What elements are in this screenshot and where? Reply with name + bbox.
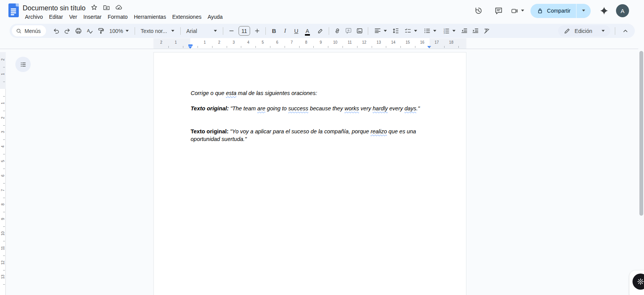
- star-icon[interactable]: [91, 4, 98, 13]
- chevron-down-icon: [452, 30, 456, 32]
- vruler-tick: [3, 284, 5, 285]
- text-color-button[interactable]: A: [302, 26, 313, 36]
- share-dropdown[interactable]: [576, 4, 591, 18]
- docs-logo[interactable]: [8, 3, 19, 17]
- video-call-button[interactable]: [511, 7, 524, 15]
- decrease-indent-button[interactable]: [459, 26, 469, 36]
- hide-toolbar-button[interactable]: [620, 26, 631, 36]
- extension-widget[interactable]: [629, 270, 644, 295]
- insert-image-button[interactable]: [354, 26, 365, 36]
- chevron-down-icon: [171, 30, 175, 32]
- divider: [135, 27, 135, 35]
- print-button[interactable]: [73, 26, 84, 36]
- document-page[interactable]: Corrige o que esta mal de las siguientes…: [153, 52, 466, 295]
- chevron-down-icon: [125, 30, 129, 32]
- decrease-font-size-button[interactable]: [226, 26, 237, 36]
- horizontal-ruler[interactable]: 21123456789101112131415161718: [153, 38, 466, 49]
- paragraph-style-select[interactable]: Texto nor...: [138, 26, 177, 36]
- text-segment: .": [416, 105, 420, 111]
- paragraph[interactable]: Texto original: "The team are going to s…: [191, 105, 423, 112]
- editing-mode-select[interactable]: Edición: [558, 25, 610, 36]
- paragraph[interactable]: Corrige o que esta mal de las siguientes…: [191, 89, 423, 97]
- vruler-number: 9: [1, 217, 5, 221]
- checklist-select[interactable]: [402, 26, 420, 36]
- misspelled-word: days: [405, 105, 417, 111]
- underline-label: U: [294, 28, 298, 34]
- menu-ayuda[interactable]: Ayuda: [204, 13, 226, 21]
- move-folder-icon[interactable]: [103, 4, 110, 13]
- share-main[interactable]: Compartir: [530, 4, 576, 18]
- text-segment: "The team: [229, 105, 257, 111]
- increase-font-size-button[interactable]: [252, 26, 262, 36]
- highlight-button[interactable]: [315, 26, 326, 36]
- gemini-icon[interactable]: [598, 5, 610, 16]
- cloud-status-icon[interactable]: [115, 4, 122, 13]
- menu-editar[interactable]: Editar: [46, 13, 66, 21]
- hruler-tick: [430, 46, 430, 48]
- vruler-number: 8: [1, 202, 5, 207]
- line-spacing-button[interactable]: [390, 26, 401, 36]
- menu-herramientas[interactable]: Herramientas: [131, 13, 169, 21]
- bold-button[interactable]: B: [269, 26, 279, 36]
- add-comment-button[interactable]: [343, 26, 354, 36]
- chevron-up-icon: [622, 27, 629, 34]
- spellcheck-button[interactable]: A: [84, 26, 95, 36]
- hruler-tick: [415, 46, 415, 48]
- font-size-input[interactable]: 11: [239, 26, 250, 36]
- menu-formato[interactable]: Formato: [105, 13, 131, 21]
- zoom-select[interactable]: 100%: [107, 26, 131, 36]
- show-outline-button[interactable]: [15, 57, 31, 72]
- extension-icon[interactable]: [632, 274, 644, 290]
- scrollbar-track[interactable]: [639, 50, 644, 295]
- document-title[interactable]: Documento sin título: [23, 4, 86, 12]
- increase-indent-button[interactable]: [470, 26, 481, 36]
- divider: [329, 27, 329, 35]
- version-history-icon[interactable]: [471, 4, 485, 18]
- left-indent-marker[interactable]: [188, 44, 193, 49]
- redo-button[interactable]: [62, 26, 72, 36]
- insert-link-button[interactable]: [332, 26, 343, 36]
- scrollbar-thumb[interactable]: [639, 51, 643, 216]
- menus-label: Menús: [25, 28, 41, 34]
- share-button[interactable]: Compartir: [530, 4, 591, 18]
- vruler-tick: [3, 256, 5, 256]
- align-select[interactable]: [372, 26, 389, 36]
- divider: [265, 27, 266, 35]
- misspelled-word: hardly: [373, 105, 388, 111]
- chevron-down-icon: [414, 30, 417, 32]
- paragraph[interactable]: Texto original: "Yo voy a aplicar para e…: [191, 128, 423, 143]
- hruler-number: 6: [276, 40, 278, 44]
- menu-ver[interactable]: Ver: [66, 13, 80, 21]
- first-line-indent-marker[interactable]: [188, 44, 193, 46]
- comments-icon[interactable]: [492, 4, 506, 18]
- font-family-value: Arial: [186, 28, 197, 34]
- vertical-ruler[interactable]: 2112345678910111213: [0, 52, 6, 295]
- font-family-select[interactable]: Arial: [184, 26, 219, 36]
- menu-extensiones[interactable]: Extensiones: [169, 13, 204, 21]
- numbered-list-select[interactable]: 123: [440, 26, 458, 36]
- hruler-tick: [285, 46, 285, 48]
- share-label: Compartir: [547, 8, 570, 14]
- bulleted-list-select[interactable]: [421, 26, 439, 36]
- vruler-number: 12: [1, 260, 5, 265]
- hruler-tick: [198, 46, 198, 48]
- menu-archivo[interactable]: Archivo: [22, 13, 46, 21]
- numbered-list-icon: 123: [443, 27, 450, 34]
- underline-button[interactable]: U: [291, 26, 301, 36]
- menu-insertar[interactable]: Insertar: [80, 13, 104, 21]
- avatar[interactable]: A: [616, 4, 629, 17]
- vruler-number: 5: [1, 159, 5, 164]
- document-content[interactable]: Corrige o que esta mal de las siguientes…: [191, 89, 423, 143]
- paint-format-button[interactable]: [96, 26, 106, 36]
- italic-button[interactable]: I: [280, 26, 290, 36]
- undo-button[interactable]: [51, 26, 61, 36]
- clear-formatting-button[interactable]: [481, 26, 492, 36]
- hruler-number: 7: [291, 40, 293, 44]
- header-actions: Compartir A: [471, 4, 629, 18]
- vruler-tick: [3, 125, 5, 126]
- menus-search-button[interactable]: Menús: [12, 25, 46, 36]
- text-segment: going to: [265, 105, 288, 111]
- bulleted-list-icon: [423, 27, 431, 34]
- title-row: Documento sin título: [23, 4, 122, 13]
- docs-logo-fold: [16, 3, 19, 7]
